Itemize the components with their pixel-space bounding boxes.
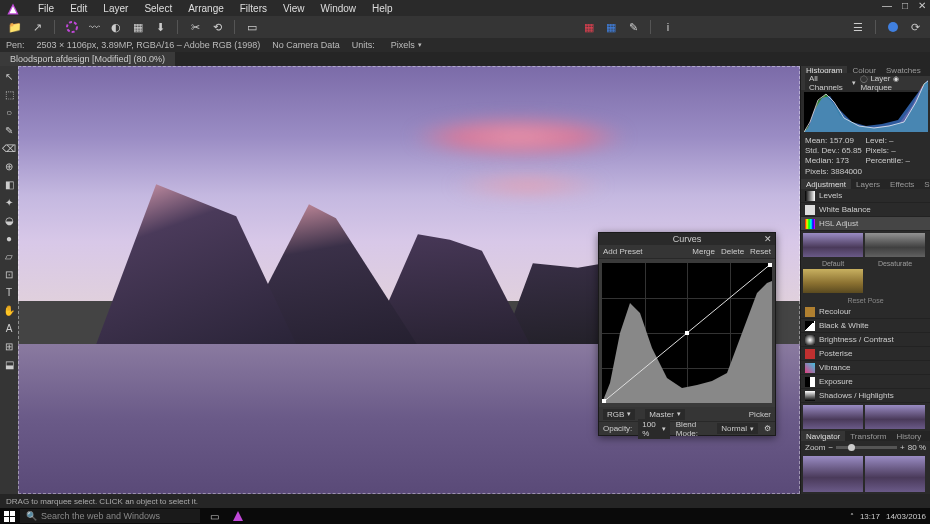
adj-recolour[interactable]: Recolour [801,305,930,319]
tool-gradient[interactable]: ◧ [2,177,16,191]
tool-text[interactable]: T [2,285,16,299]
adj-hsl[interactable]: HSL Adjust [801,217,930,231]
tool-erase[interactable]: ⌫ [2,141,16,155]
navigator-thumb[interactable] [803,456,863,492]
persona-export[interactable]: ⬇ [151,18,169,36]
search-placeholder: Search the web and Windows [41,511,160,521]
tool-crop[interactable]: ⊡ [2,267,16,281]
tool-hand[interactable]: ✋ [2,303,16,317]
share-button[interactable]: ↗ [28,18,46,36]
menu-filters[interactable]: Filters [232,3,275,14]
curves-graph[interactable] [602,263,772,403]
adj-shadows[interactable]: Shadows / Highlights [801,389,930,403]
tool-move[interactable]: ↖ [2,69,16,83]
document-tab[interactable]: Bloodsport.afdesign [Modified] (80.0%) [0,52,175,66]
adj-whitebalance[interactable]: White Balance [801,203,930,217]
adj-exposure[interactable]: Exposure [801,375,930,389]
delete-button[interactable]: Delete [721,247,744,256]
clock-time[interactable]: 13:17 [860,512,880,521]
tool-shape[interactable]: ▱ [2,249,16,263]
zoom-in[interactable]: + [900,443,905,452]
menu-window[interactable]: Window [312,3,364,14]
units-dropdown[interactable]: Pixels [387,39,426,51]
adj-brightness[interactable]: Brightness / Contrast [801,333,930,347]
menu-file[interactable]: File [30,3,62,14]
tab-layers[interactable]: Layers [851,179,885,189]
persona-tone[interactable]: ▦ [129,18,147,36]
toolbar: 📁 ↗ 〰 ◐ ▦ ⬇ ✂ ⟲ ▭ ▦ ▦ ✎ i ☰ ⟳ [0,16,930,38]
tab-navigator[interactable]: Navigator [801,431,845,441]
preset-warm[interactable] [803,269,863,293]
reset-button[interactable]: Reset [750,247,771,256]
tool-dodge[interactable]: ◒ [2,213,16,227]
adj-posterise[interactable]: Posterise [801,347,930,361]
zoom-out[interactable]: − [828,443,833,452]
menu-arrange[interactable]: Arrange [180,3,232,14]
open-button[interactable]: 📁 [6,18,24,36]
window-minimize[interactable]: — [882,0,892,11]
tab-effects[interactable]: Effects [885,179,919,189]
taskview-icon[interactable]: ▭ [204,508,224,524]
svg-rect-9 [602,399,606,403]
tab-history[interactable]: History [891,431,926,441]
adj-levels[interactable]: Levels [801,189,930,203]
persona-liquify[interactable]: 〰 [85,18,103,36]
preset-default[interactable]: Default [803,233,863,257]
list-button[interactable]: ☰ [849,18,867,36]
tool-brush[interactable]: ✎ [2,123,16,137]
start-button[interactable] [0,508,18,524]
tool-ellipse[interactable]: ○ [2,105,16,119]
preset-thumb-a[interactable] [803,405,863,429]
merge-button[interactable]: Merge [692,247,715,256]
snap-button[interactable]: ▦ [580,18,598,36]
tool-fill[interactable]: ⊕ [2,159,16,173]
tab-styles[interactable]: Styles [919,179,930,189]
persona-develop[interactable]: ◐ [107,18,125,36]
tool-blur[interactable]: ● [2,231,16,245]
curves-mode-dropdown[interactable]: RGB [603,409,635,420]
preset-desaturate[interactable]: Desaturate [865,233,925,257]
tool-vector[interactable]: A [2,321,16,335]
gear-icon[interactable]: ⚙ [764,424,771,433]
taskbar-app-affinity[interactable] [228,508,248,524]
navigator-thumb-2[interactable] [865,456,925,492]
arrange-button[interactable]: ▭ [243,18,261,36]
crop-button[interactable]: ✂ [186,18,204,36]
rotate-button[interactable]: ⟲ [208,18,226,36]
menu-edit[interactable]: Edit [62,3,95,14]
preset-thumb-b[interactable] [865,405,925,429]
grid-button[interactable]: ▦ [602,18,620,36]
svg-point-3 [888,22,898,32]
blend-dropdown[interactable]: Normal [717,423,758,434]
user-button[interactable] [884,18,902,36]
tool-marquee[interactable]: ⬚ [2,87,16,101]
window-maximize[interactable]: □ [902,0,908,11]
tab-brushes[interactable]: Brushes [926,66,930,76]
reset-preset[interactable]: Reset Pose [801,295,930,305]
window-close[interactable]: ✕ [918,0,926,11]
taskbar-search[interactable]: 🔍 Search the web and Windows [20,509,200,523]
tab-transform[interactable]: Transform [845,431,891,441]
adj-bw[interactable]: Black & White [801,319,930,333]
picker-button[interactable]: Picker [749,410,771,419]
menu-help[interactable]: Help [364,3,401,14]
add-preset-button[interactable]: Add Preset [603,247,643,256]
curves-dialog[interactable]: Curves ✕ Add Preset Merge Delete Reset R… [598,232,776,436]
zoom-slider[interactable] [836,446,897,449]
tool-colour[interactable]: ⬓ [2,357,16,371]
tool-heal[interactable]: ✦ [2,195,16,209]
tray-up-icon[interactable]: ˄ [850,512,854,521]
menu-view[interactable]: View [275,3,313,14]
adj-vibrance[interactable]: Vibrance [801,361,930,375]
opacity-field[interactable]: 100 % [638,419,669,439]
tab-adjustment[interactable]: Adjustment [801,179,851,189]
tool-mesh[interactable]: ⊞ [2,339,16,353]
status-bar: DRAG to marquee select. CLICK an object … [0,494,930,508]
assistant-button[interactable]: ✎ [624,18,642,36]
lock-button[interactable]: i [659,18,677,36]
menu-layer[interactable]: Layer [95,3,136,14]
menu-select[interactable]: Select [136,3,180,14]
persona-photo[interactable] [63,18,81,36]
dialog-close[interactable]: ✕ [764,233,772,245]
refresh-button[interactable]: ⟳ [906,18,924,36]
